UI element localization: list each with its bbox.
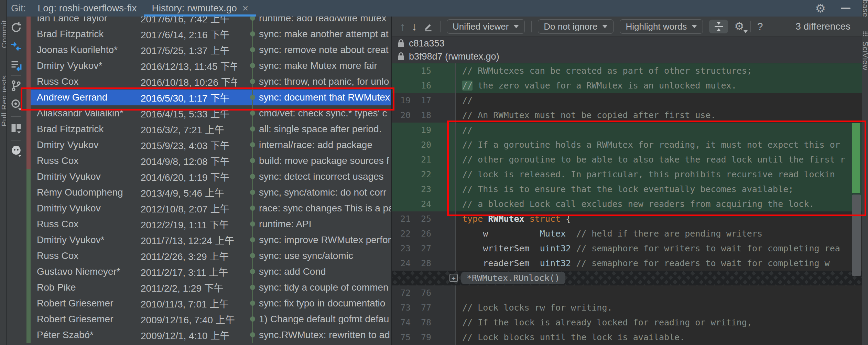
diff-line[interactable]: 75 79 // Lock blocks until the lock is a… [392, 330, 862, 345]
graph-dot-icon [250, 95, 255, 100]
diff-line[interactable]: 21 // other goroutine to be able to also… [392, 152, 862, 167]
diff-settings-button[interactable]: ⚙ [734, 21, 744, 32]
graph-dot-icon [250, 190, 255, 195]
tool-window-button-pull-requests[interactable]: Pull Requests [0, 75, 7, 126]
commit-row[interactable]: Aliaksandr Valialkin* 2016/4/15, 5:33 上午… [26, 105, 391, 121]
left-tool-strip: Commit Pull Requests [0, 0, 7, 345]
code-text: // An RWMutex must not be copied after f… [455, 108, 862, 123]
line-number-gutter: 74 78 [392, 315, 455, 330]
diff-line[interactable]: 16 // the zero value for a RWMutex is an… [392, 78, 862, 93]
close-tab-icon[interactable]: × [242, 3, 249, 13]
toolbar-separator [11, 140, 21, 140]
diff-line[interactable]: 24 // a blocked Lock call excludes new r… [392, 197, 862, 211]
tab-log[interactable]: Log: roshi-overflows-fix [30, 0, 144, 17]
diff-line[interactable]: 72 76 [392, 285, 862, 300]
commit-message: sync: use sync/atomic [259, 250, 391, 261]
layout-panels-icon[interactable] [10, 123, 22, 135]
branch-icon[interactable] [10, 80, 22, 92]
diff-line[interactable]: 22 // lock is released. In particular, t… [392, 167, 862, 182]
list-navigate-icon[interactable] [10, 59, 22, 72]
line-number-gutter: 24 [392, 197, 455, 211]
commit-row[interactable]: Robert Griesemer 2010/11/3, 7:01 上午 sync… [26, 295, 391, 311]
diff-line[interactable]: 24 28 readerSem uint32 // semaphore for … [392, 256, 862, 271]
tool-window-button-database[interactable]: Database [862, 0, 868, 17]
graph-dot-icon [250, 301, 255, 306]
new-line-number: 28 [411, 258, 431, 268]
branch-stripe [26, 311, 31, 327]
tool-window-button-commit[interactable]: Commit [0, 20, 7, 48]
commit-row[interactable]: Gustavo Niemeyer* 2011/2/17, 3:11 上午 syn… [26, 264, 391, 280]
viewer-mode-dropdown[interactable]: Unified viewer [447, 19, 525, 34]
target-dot-icon[interactable] [10, 98, 22, 111]
commit-message: sync: tidy a couple of commen [259, 282, 391, 293]
refresh-icon[interactable] [10, 21, 22, 34]
next-difference-icon[interactable]: ↓ [412, 21, 417, 32]
commit-row[interactable]: Dmitriy Vyukov 2014/6/20, 1:19 下午 sync: … [26, 169, 391, 185]
whitespace-policy-dropdown[interactable]: Do not ignore [538, 19, 614, 34]
help-icon[interactable]: ? [757, 21, 763, 32]
tool-window-button-sciview[interactable]: SciView [862, 41, 868, 71]
expand-region-icon[interactable]: + [449, 274, 458, 282]
tab-history[interactable]: History: rwmutex.go × [144, 0, 256, 17]
branch-stripe [26, 295, 31, 311]
code-text: // other goroutine to be able to also ta… [455, 152, 862, 167]
commit-date: 2012/2/19, 1:11 下午 [141, 217, 237, 231]
commit-row[interactable]: Ian Lance Taylor 2017/6/16, 7:42 上午 runt… [26, 17, 391, 26]
minimize-icon[interactable] [841, 8, 850, 9]
diff-line[interactable]: 74 78 // If the lock is already locked f… [392, 315, 862, 330]
settings-gear-icon[interactable]: ⚙ [815, 2, 826, 14]
diff-line[interactable]: 21 25 type RWMutex struct { [392, 211, 862, 226]
commit-history-table: Ian Lance Taylor 2017/6/16, 7:42 上午 runt… [26, 17, 391, 345]
commit-author: Russ Cox [31, 155, 141, 166]
lock-icon [398, 42, 404, 47]
commit-date: 2011/7/13, 12:24 上午 [141, 233, 237, 247]
commit-row[interactable]: Rob Pike 2011/2/2, 1:29 下午 sync: tidy a … [26, 280, 391, 295]
graph-dot-icon [250, 79, 255, 84]
diff-line[interactable]: 19 // [392, 123, 862, 137]
commit-row[interactable]: Russ Cox 2016/10/18, 10:26 下午 sync: thro… [26, 74, 391, 90]
commit-row[interactable]: Joonas Kuorilehto* 2017/5/25, 1:37 上午 sy… [26, 42, 391, 58]
commit-message: all: single space after period. [259, 124, 391, 135]
commit-row[interactable]: Dmitriy Vyukov* 2011/7/13, 12:24 上午 sync… [26, 232, 391, 248]
diff-line[interactable]: 15 // RWMutexes can be created as part o… [392, 63, 862, 78]
commit-row[interactable]: Dmitriy Vyukov 2012/10/8, 2:07 上午 race: … [26, 200, 391, 216]
code-text: // [455, 93, 862, 108]
line-number-gutter: 20 [392, 137, 455, 152]
diff-line[interactable]: 19 17 // [392, 93, 862, 108]
commit-author: Brad Fitzpatrick [31, 124, 141, 135]
commit-author: Russ Cox [31, 76, 141, 87]
diff-line[interactable]: 22 26 w Mutex // held if there are pendi… [392, 226, 862, 241]
commit-row[interactable]: Dmitry Vyukov 2015/9/23, 4:03 下午 interna… [26, 137, 391, 153]
grid-icon[interactable] [862, 31, 868, 36]
edit-source-icon[interactable] [423, 21, 434, 32]
commit-row[interactable]: Russ Cox 2011/2/26, 3:29 上午 sync: use sy… [26, 248, 391, 264]
highlight-policy-dropdown[interactable]: Highlight words [620, 19, 703, 34]
commit-row[interactable]: Brad Fitzpatrick 2016/3/2, 7:21 上午 all: … [26, 121, 391, 137]
commit-message: internal/race: add package [259, 139, 391, 150]
code-text: // This is to ensure that the lock event… [455, 182, 862, 197]
commit-row[interactable]: Péter Szabó* 2009/12/1, 4:10 上午 sync.RWM… [26, 327, 391, 343]
commit-row[interactable]: Russ Cox 2012/2/19, 1:11 下午 runtime: API [26, 216, 391, 232]
github-icon[interactable] [10, 145, 22, 157]
commit-row[interactable]: Brad Fitzpatrick 2017/6/14, 2:16 下午 sync… [26, 26, 391, 42]
diff-line[interactable]: 23 27 writerSem uint32 // semaphore for … [392, 241, 862, 256]
scrollbar-thumb[interactable] [852, 195, 861, 276]
diff-line[interactable]: 20 // If a goroutine holds a RWMutex for… [392, 137, 862, 152]
commit-row[interactable]: Rémy Oudompheng 2013/4/9, 5:46 上午 sync, … [26, 185, 391, 200]
navigate-arrows-icon[interactable] [10, 40, 22, 53]
previous-difference-icon[interactable]: ↑ [400, 21, 405, 32]
commit-row[interactable]: Dmitry Vyukov* 2016/12/13, 11:45 下午 sync… [26, 58, 391, 74]
commit-message: sync: make another attempt at [259, 29, 391, 40]
commit-row[interactable]: Robert Griesemer 2009/12/16, 7:40 上午 1) … [26, 311, 391, 327]
commit-row[interactable]: Andrew Gerrand 2016/5/30, 1:17 下午 sync: … [26, 90, 391, 105]
collapse-unchanged-button[interactable] [709, 20, 728, 33]
diff-line[interactable]: 73 77 // Lock locks rw for writing. [392, 300, 862, 315]
commit-row[interactable]: Russ Cox 2014/9/8, 12:08 下午 build: move … [26, 153, 391, 169]
diff-line[interactable]: 23 // This is to ensure that the lock ev… [392, 182, 862, 197]
branch-stripe [26, 58, 31, 74]
commit-author: Rob Pike [31, 282, 141, 293]
collapsed-region-label[interactable]: *RWMutex.RUnlock() [461, 272, 565, 284]
commit-author: Dmitriy Vyukov* [31, 234, 141, 245]
commit-author: Russ Cox [31, 250, 141, 261]
diff-line[interactable]: 20 18 // An RWMutex must not be copied a… [392, 108, 862, 123]
